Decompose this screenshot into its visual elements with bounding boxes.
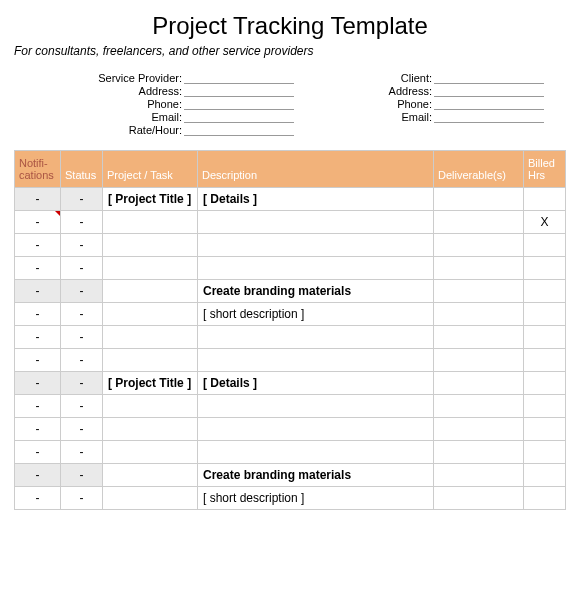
tracking-table: Notifi-cations Status Project / Task Des… xyxy=(14,150,566,510)
cell-deliv xyxy=(434,487,524,510)
info-row: Phone: xyxy=(334,98,544,110)
info-label: Rate/Hour: xyxy=(84,124,184,136)
cell-notif: - xyxy=(15,372,61,395)
cell-desc xyxy=(198,257,434,280)
cell-deliv xyxy=(434,349,524,372)
cell-deliv xyxy=(434,326,524,349)
cell-desc: [ short description ] xyxy=(198,303,434,326)
client-column: Client:Address:Phone:Email: xyxy=(334,72,544,136)
cell-status: - xyxy=(61,395,103,418)
cell-desc xyxy=(198,418,434,441)
cell-task xyxy=(103,487,198,510)
info-line xyxy=(184,85,294,97)
cell-task xyxy=(103,395,198,418)
cell-notif: - xyxy=(15,441,61,464)
cell-status: - xyxy=(61,257,103,280)
cell-task xyxy=(103,326,198,349)
info-line xyxy=(184,111,294,123)
cell-desc xyxy=(198,395,434,418)
cell-deliv xyxy=(434,257,524,280)
cell-hrs xyxy=(524,349,566,372)
cell-task xyxy=(103,418,198,441)
info-label: Phone: xyxy=(334,98,434,110)
table-row: -- xyxy=(15,326,566,349)
info-row: Service Provider: xyxy=(84,72,294,84)
header-notifications: Notifi-cations xyxy=(15,151,61,188)
cell-status: - xyxy=(61,372,103,395)
cell-hrs xyxy=(524,418,566,441)
info-row: Address: xyxy=(84,85,294,97)
info-label: Phone: xyxy=(84,98,184,110)
table-row: --Create branding materials xyxy=(15,280,566,303)
cell-notif: - xyxy=(15,303,61,326)
cell-status: - xyxy=(61,487,103,510)
cell-desc: Create branding materials xyxy=(198,464,434,487)
cell-status: - xyxy=(61,280,103,303)
cell-notif: - xyxy=(15,257,61,280)
cell-task xyxy=(103,303,198,326)
table-row: --X xyxy=(15,211,566,234)
info-line xyxy=(434,85,544,97)
info-label: Email: xyxy=(334,111,434,123)
info-block: Service Provider:Address:Phone:Email:Rat… xyxy=(84,72,566,136)
cell-hrs xyxy=(524,188,566,211)
header-description: Description xyxy=(198,151,434,188)
header-deliverables: Deliverable(s) xyxy=(434,151,524,188)
cell-notif: - xyxy=(15,211,61,234)
cell-hrs xyxy=(524,372,566,395)
cell-notif: - xyxy=(15,188,61,211)
info-line xyxy=(434,72,544,84)
cell-hrs xyxy=(524,464,566,487)
page-title: Project Tracking Template xyxy=(14,12,566,40)
page-subtitle: For consultants, freelancers, and other … xyxy=(14,44,566,58)
cell-task xyxy=(103,280,198,303)
table-row: --Create branding materials xyxy=(15,464,566,487)
cell-notif: - xyxy=(15,395,61,418)
cell-notif: - xyxy=(15,234,61,257)
info-label: Address: xyxy=(334,85,434,97)
info-line xyxy=(184,124,294,136)
header-status: Status xyxy=(61,151,103,188)
info-label: Email: xyxy=(84,111,184,123)
info-row: Rate/Hour: xyxy=(84,124,294,136)
table-row: --[ short description ] xyxy=(15,487,566,510)
cell-notif: - xyxy=(15,280,61,303)
table-row: -- xyxy=(15,349,566,372)
cell-hrs xyxy=(524,303,566,326)
cell-deliv xyxy=(434,303,524,326)
table-body: --[ Project Title ][ Details ]--X------C… xyxy=(15,188,566,510)
cell-task xyxy=(103,349,198,372)
info-line xyxy=(434,111,544,123)
cell-task xyxy=(103,211,198,234)
info-label: Address: xyxy=(84,85,184,97)
cell-hrs xyxy=(524,441,566,464)
table-header-row: Notifi-cations Status Project / Task Des… xyxy=(15,151,566,188)
header-task: Project / Task xyxy=(103,151,198,188)
table-row: --[ Project Title ][ Details ] xyxy=(15,188,566,211)
cell-deliv xyxy=(434,464,524,487)
cell-task: [ Project Title ] xyxy=(103,372,198,395)
cell-desc xyxy=(198,234,434,257)
cell-desc xyxy=(198,441,434,464)
cell-deliv xyxy=(434,280,524,303)
cell-desc: [ Details ] xyxy=(198,372,434,395)
cell-notif: - xyxy=(15,418,61,441)
table-row: -- xyxy=(15,234,566,257)
cell-status: - xyxy=(61,326,103,349)
cell-deliv xyxy=(434,234,524,257)
provider-column: Service Provider:Address:Phone:Email:Rat… xyxy=(84,72,294,136)
info-row: Email: xyxy=(84,111,294,123)
header-billed-hrs: Billed Hrs xyxy=(524,151,566,188)
info-label: Service Provider: xyxy=(84,72,184,84)
cell-desc: [ Details ] xyxy=(198,188,434,211)
cell-hrs xyxy=(524,234,566,257)
cell-desc: [ short description ] xyxy=(198,487,434,510)
info-row: Email: xyxy=(334,111,544,123)
cell-status: - xyxy=(61,211,103,234)
cell-task xyxy=(103,441,198,464)
cell-status: - xyxy=(61,349,103,372)
cell-status: - xyxy=(61,303,103,326)
info-label: Client: xyxy=(334,72,434,84)
cell-hrs xyxy=(524,257,566,280)
table-row: --[ Project Title ][ Details ] xyxy=(15,372,566,395)
